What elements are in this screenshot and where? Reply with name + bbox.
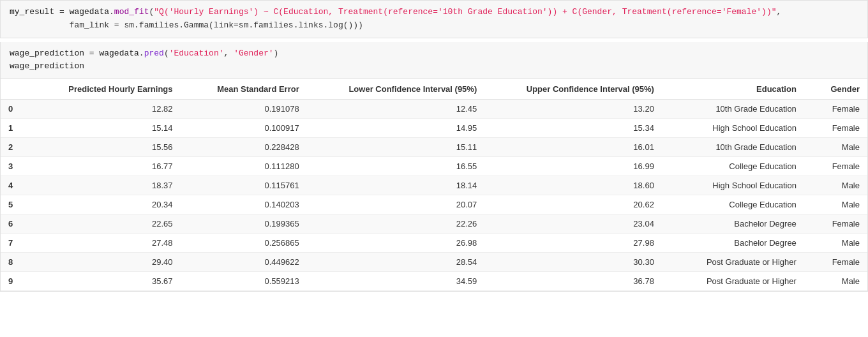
cell-phe: 15.14 (33, 119, 181, 138)
cell-phe: 27.48 (33, 234, 181, 253)
cell-lci: 22.26 (307, 214, 485, 234)
cell-index: 0 (1, 100, 33, 119)
cell-index: 1 (1, 119, 33, 138)
cell-edu: 10th Grade Education (662, 138, 804, 157)
cell-phe: 22.65 (33, 214, 181, 234)
fn-mod-fit: mod_fit (114, 7, 149, 17)
cell-mse: 0.191078 (181, 100, 307, 119)
table-row: 520.340.14020320.0720.62College Educatio… (1, 195, 867, 214)
str-query: "Q('Hourly Earnings') ~ C(Education, Tre… (154, 7, 776, 17)
cell-lci: 18.14 (307, 176, 485, 195)
cell-index: 4 (1, 176, 33, 195)
str-education: 'Education' (169, 49, 224, 58)
results-table-container: Predicted Hourly Earnings Mean Standard … (0, 79, 868, 292)
cell-index: 7 (1, 234, 33, 253)
cell-edu: College Education (662, 157, 804, 176)
cell-index: 5 (1, 195, 33, 214)
cell-gen: Female (804, 100, 867, 119)
code-block-2: wage_prediction = wagedata.pred('Educati… (0, 42, 868, 80)
cell-gen: Male (804, 195, 867, 214)
cell-gen: Female (804, 253, 867, 272)
cell-edu: College Education (662, 195, 804, 214)
cell-mse: 0.115761 (181, 176, 307, 195)
cell-uci: 20.62 (484, 195, 662, 214)
method-pred: pred (144, 49, 164, 58)
cell-phe: 15.56 (33, 138, 181, 157)
cell-gen: Male (804, 138, 867, 157)
cell-mse: 0.199365 (181, 214, 307, 234)
cell-index: 9 (1, 272, 33, 291)
cell-mse: 0.228428 (181, 138, 307, 157)
results-table: Predicted Hourly Earnings Mean Standard … (1, 79, 867, 291)
cell-mse: 0.449622 (181, 253, 307, 272)
cell-phe: 35.67 (33, 272, 181, 291)
cell-lci: 34.59 (307, 272, 485, 291)
cell-index: 3 (1, 157, 33, 176)
cell-phe: 29.40 (33, 253, 181, 272)
cell-gen: Female (804, 157, 867, 176)
cell-uci: 15.34 (484, 119, 662, 138)
cell-phe: 18.37 (33, 176, 181, 195)
cell-edu: Bachelor Degree (662, 214, 804, 234)
cell-uci: 13.20 (484, 100, 662, 119)
cell-phe: 12.82 (33, 100, 181, 119)
cell-lci: 16.55 (307, 157, 485, 176)
cell-lci: 12.45 (307, 100, 485, 119)
var-wagedata2: wagedata (99, 49, 138, 58)
table-row: 935.670.55921334.5936.78Post Graduate or… (1, 272, 867, 291)
cell-uci: 36.78 (484, 272, 662, 291)
cell-uci: 18.60 (484, 176, 662, 195)
col-header-uci: Upper Confidence Interval (95%) (484, 79, 662, 100)
cell-lci: 20.07 (307, 195, 485, 214)
col-header-phe: Predicted Hourly Earnings (33, 79, 181, 100)
col-header-index (1, 79, 33, 100)
table-row: 316.770.11128016.5516.99College Educatio… (1, 157, 867, 176)
table-row: 012.820.19107812.4513.2010th Grade Educa… (1, 100, 867, 119)
code-line-1: my_result = wagedata.mod_fit("Q('Hourly … (10, 6, 858, 19)
cell-lci: 14.95 (307, 119, 485, 138)
cell-lci: 15.11 (307, 138, 485, 157)
cell-gen: Female (804, 119, 867, 138)
code-line-3: wage_prediction = wagedata.pred('Educati… (10, 47, 858, 61)
var-my-result: my_result (10, 7, 54, 17)
cell-index: 2 (1, 138, 33, 157)
code-line-2: fam_link = sm.families.Gamma(link=sm.fam… (10, 19, 858, 33)
var-wage-prediction: wage_prediction (10, 49, 84, 58)
cell-gen: Female (804, 214, 867, 234)
cell-edu: Post Graduate or Higher (662, 253, 804, 272)
cell-gen: Male (804, 272, 867, 291)
table-header-row: Predicted Hourly Earnings Mean Standard … (1, 79, 867, 100)
cell-mse: 0.256865 (181, 234, 307, 253)
cell-edu: High School Education (662, 176, 804, 195)
cell-mse: 0.111280 (181, 157, 307, 176)
table-row: 622.650.19936522.2623.04Bachelor DegreeF… (1, 214, 867, 234)
cell-uci: 27.98 (484, 234, 662, 253)
col-header-edu: Education (662, 79, 804, 100)
cell-uci: 30.30 (484, 253, 662, 272)
cell-edu: Bachelor Degree (662, 234, 804, 253)
cell-edu: High School Education (662, 119, 804, 138)
cell-mse: 0.559213 (181, 272, 307, 291)
cell-edu: Post Graduate or Higher (662, 272, 804, 291)
cell-uci: 23.04 (484, 214, 662, 234)
code-block-1: my_result = wagedata.mod_fit("Q('Hourly … (0, 0, 868, 38)
var-wagedata: wagedata (70, 7, 109, 17)
col-header-gen: Gender (804, 79, 867, 100)
col-header-mse: Mean Standard Error (181, 79, 307, 100)
code-line-4: wage_prediction (10, 60, 858, 73)
cell-mse: 0.100917 (181, 119, 307, 138)
cell-uci: 16.99 (484, 157, 662, 176)
table-row: 215.560.22842815.1116.0110th Grade Educa… (1, 138, 867, 157)
cell-index: 8 (1, 253, 33, 272)
table-row: 115.140.10091714.9515.34High School Educ… (1, 119, 867, 138)
cell-phe: 20.34 (33, 195, 181, 214)
cell-lci: 28.54 (307, 253, 485, 272)
str-gender: 'Gender' (234, 49, 273, 58)
table-row: 727.480.25686526.9827.98Bachelor DegreeM… (1, 234, 867, 253)
cell-gen: Male (804, 176, 867, 195)
table-row: 829.400.44962228.5430.30Post Graduate or… (1, 253, 867, 272)
table-row: 418.370.11576118.1418.60High School Educ… (1, 176, 867, 195)
var-wage-prediction-2: wage_prediction (10, 61, 84, 71)
cell-edu: 10th Grade Education (662, 100, 804, 119)
cell-gen: Male (804, 234, 867, 253)
